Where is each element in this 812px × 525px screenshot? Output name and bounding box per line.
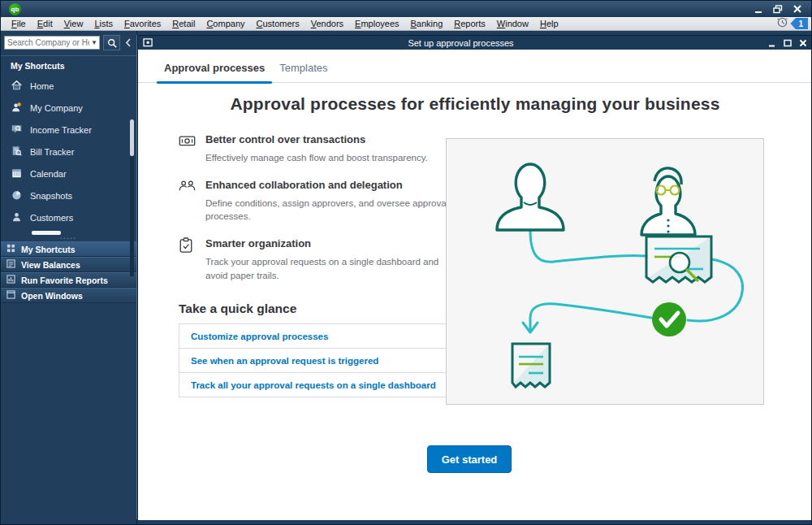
app-close-button[interactable] [792, 4, 803, 14]
menu-retail[interactable]: Retail [166, 18, 201, 29]
menu-edit[interactable]: Edit [32, 18, 58, 29]
income-tracker-icon [11, 124, 23, 137]
glance-link-triggered[interactable]: See when an approval request is triggere… [179, 349, 447, 373]
sidebar-item-label: Home [30, 81, 54, 91]
dialog-minimize-button[interactable] [768, 36, 776, 50]
dialog-window-icon [143, 36, 153, 50]
bill-tracker-icon [11, 145, 23, 158]
sidebar-item-label: Bill Tracker [30, 147, 74, 157]
feature-description: Define conditions, assign approvers, and… [205, 197, 453, 223]
panel-label: View Balances [21, 260, 80, 270]
menu-customers[interactable]: Customers [251, 18, 305, 29]
feature-organization: Smarter organization Track your approval… [179, 237, 453, 282]
menu-file[interactable]: File [6, 18, 32, 29]
tab-templates[interactable]: Templates [272, 62, 335, 82]
glance-link-customize[interactable]: Customize approval processes [179, 324, 447, 349]
reports-panel-icon [6, 275, 15, 285]
sidebar-item-partial [32, 231, 61, 235]
get-started-button[interactable]: Get started [427, 445, 512, 473]
panel-view-balances[interactable]: View Balances [1, 257, 136, 272]
tab-approval-processes[interactable]: Approval processes [157, 62, 272, 82]
menu-banking[interactable]: Banking [405, 18, 449, 29]
feature-title: Enhanced collaboration and delegation [205, 179, 453, 191]
quickbooks-app-window: qb File Edit View Lists Favorites Retail… [0, 0, 812, 525]
sidebar-item-label: Income Tracker [30, 125, 92, 135]
sidebar-item-label: Calendar [30, 169, 67, 179]
link-label: See when an approval request is triggere… [191, 356, 378, 366]
menu-lists[interactable]: Lists [89, 18, 119, 29]
link-label: Customize approval processes [191, 332, 328, 341]
shortcuts-panel-icon [6, 244, 15, 254]
sidebar-item-label: My Company [30, 103, 83, 113]
menu-favorites[interactable]: Favorites [119, 18, 166, 29]
final-receipt-icon [512, 344, 550, 387]
dialog-content: Approval processes Templates Approval pr… [138, 50, 812, 520]
feature-description: Track your approval requests on a single… [205, 255, 453, 282]
feature-better-control: Better control over transactions Effecti… [179, 133, 453, 165]
link-label: Track all your approval requests on a si… [191, 380, 436, 390]
menu-employees[interactable]: Employees [349, 18, 404, 29]
panel-open-windows[interactable]: Open Windows [1, 288, 136, 303]
app-titlebar: qb [1, 1, 811, 17]
app-restore-button[interactable] [772, 4, 784, 14]
dialog-title: Set up approval processes [153, 38, 768, 48]
features-column: Better control over transactions Effecti… [179, 133, 453, 397]
panel-resize-handle[interactable]: ••••• [1, 235, 136, 241]
glance-link-dashboard[interactable]: Track all your approval requests on a si… [179, 373, 447, 397]
search-input[interactable] [4, 36, 100, 50]
sidebar-scrollbar-thumb[interactable] [130, 119, 134, 156]
approval-flow-illustration [446, 138, 764, 405]
dialog-titlebar: Set up approval processes [138, 36, 812, 50]
sidebar-shortcuts-header: My Shortcuts [1, 55, 136, 75]
requester-person-icon [497, 164, 564, 230]
home-icon [11, 80, 23, 93]
app-minimize-button[interactable] [753, 4, 764, 14]
menu-window[interactable]: Window [491, 18, 534, 29]
sidebar-item-calendar[interactable]: Calendar [1, 163, 136, 184]
glance-heading: Take a quick glance [179, 302, 453, 316]
menu-company[interactable]: Company [201, 18, 250, 29]
panel-my-shortcuts[interactable]: My Shortcuts [1, 241, 136, 257]
sidebar-item-income-tracker[interactable]: Income Tracker [1, 119, 136, 141]
panel-label: Open Windows [21, 291, 83, 301]
feature-collaboration: Enhanced collaboration and delegation De… [179, 179, 453, 223]
menu-vendors[interactable]: Vendors [305, 18, 349, 29]
sidebar-item-my-company[interactable]: My Company [1, 97, 136, 119]
balances-panel-icon [6, 259, 15, 270]
sidebar-collapse-icon[interactable] [123, 35, 134, 50]
snapshots-icon [11, 189, 23, 202]
sidebar-item-label: Customers [30, 213, 73, 223]
menu-help[interactable]: Help [534, 18, 564, 29]
left-sidebar: ▼ My Shortcuts Home My Company Income Tr… [1, 31, 137, 524]
sidebar-item-bill-tracker[interactable]: Bill Tracker [1, 141, 136, 163]
sidebar-scrollbar[interactable] [130, 119, 134, 276]
feature-title: Better control over transactions [205, 133, 453, 145]
setup-approval-dialog: Set up approval processes Approval proce… [137, 35, 812, 519]
page-title: Approval processes for efficiently manag… [138, 94, 812, 114]
customers-icon [11, 211, 23, 224]
feature-description: Effectively manage cash flow and boost t… [205, 151, 453, 165]
sidebar-item-home[interactable]: Home [1, 75, 136, 97]
panel-run-favorite-reports[interactable]: Run Favorite Reports [1, 272, 136, 288]
tab-bar: Approval processes Templates [138, 50, 812, 83]
sidebar-item-snapshots[interactable]: Snapshots [1, 184, 136, 206]
approved-check-icon [652, 302, 686, 336]
quickbooks-logo-icon: qb [9, 3, 21, 15]
windows-panel-icon [6, 290, 15, 301]
reminders-clock-icon[interactable] [776, 16, 788, 32]
panel-label: My Shortcuts [21, 245, 76, 254]
calendar-icon [11, 167, 23, 180]
approver-person-icon [641, 168, 695, 235]
dialog-maximize-button[interactable] [784, 36, 792, 50]
glance-list: Customize approval processes See when an… [179, 323, 447, 397]
sidebar-item-customers[interactable]: Customers [1, 206, 136, 228]
menu-view[interactable]: View [58, 18, 89, 29]
reminders-count-badge[interactable]: 1 [790, 18, 808, 29]
search-button[interactable] [103, 35, 121, 50]
dialog-close-button[interactable] [799, 36, 807, 50]
receipt-review-icon [646, 236, 711, 282]
cash-icon [179, 133, 196, 151]
sidebar-item-label: Snapshots [30, 191, 72, 201]
feature-title: Smarter organization [205, 237, 453, 249]
menu-reports[interactable]: Reports [448, 18, 491, 29]
